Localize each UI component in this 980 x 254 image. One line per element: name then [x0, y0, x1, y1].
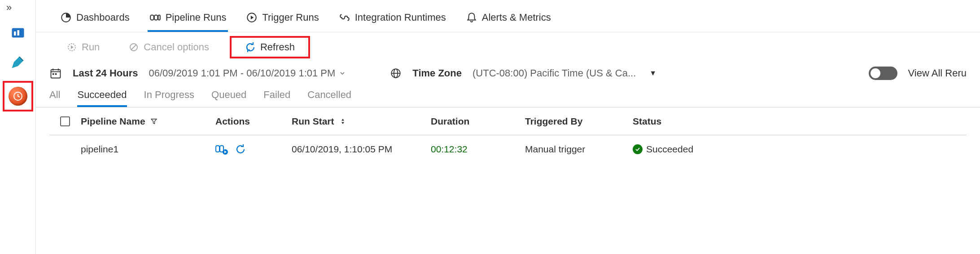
chevron-down-icon — [339, 70, 346, 77]
tab-pipeline-runs[interactable]: Pipeline Runs — [148, 4, 228, 32]
integration-icon — [339, 12, 350, 23]
col-runstart[interactable]: Run Start — [292, 116, 334, 127]
status-tab-failed[interactable]: Failed — [263, 89, 290, 107]
status-tab-queued[interactable]: Queued — [211, 89, 246, 107]
filter-bar: Last 24 Hours 06/09/2019 1:01 PM - 06/10… — [36, 62, 980, 85]
tab-alerts-metrics[interactable]: Alerts & Metrics — [464, 4, 553, 32]
svg-rect-21 — [216, 146, 219, 152]
success-icon — [633, 144, 643, 154]
view-all-label: View All Reru — [908, 67, 967, 79]
tab-alerts-metrics-label: Alerts & Metrics — [482, 12, 551, 23]
trigger-icon — [246, 12, 258, 23]
table-row[interactable]: pipeline1 06/10/2019, 1:10:05 PM 00:12:3… — [49, 135, 967, 163]
timespan-range-dropdown[interactable]: 06/09/2019 1:01 PM - 06/10/2019 1:01 PM — [149, 67, 346, 79]
filter-icon[interactable] — [150, 117, 158, 125]
status-tab-cancelled[interactable]: Cancelled — [307, 89, 351, 107]
tab-trigger-runs-label: Trigger Runs — [262, 12, 319, 23]
col-triggeredby: Triggered By — [525, 116, 582, 126]
status-tab-inprogress[interactable]: In Progress — [144, 89, 195, 107]
timezone-dropdown-caret[interactable]: ▼ — [647, 69, 659, 77]
svg-rect-7 — [158, 15, 160, 20]
bell-icon — [466, 12, 477, 23]
toolbar: Run Cancel options Refresh — [36, 32, 980, 62]
cancel-icon — [128, 42, 139, 53]
action-view-activity-icon[interactable] — [215, 144, 229, 155]
cell-status: Succeeded — [646, 144, 693, 155]
cancel-label: Cancel options — [144, 41, 209, 53]
svg-rect-17 — [55, 73, 57, 75]
pipeline-icon — [149, 12, 161, 23]
globe-icon — [390, 67, 402, 79]
expand-icon[interactable]: » — [0, 2, 9, 13]
run-label: Run — [82, 41, 100, 53]
run-icon — [66, 42, 77, 53]
tab-trigger-runs[interactable]: Trigger Runs — [244, 4, 320, 32]
cell-duration: 00:12:32 — [431, 144, 468, 154]
dashboard-icon — [60, 12, 72, 23]
tab-integration-runtimes-label: Integration Runtimes — [355, 12, 446, 23]
timezone-value: (UTC-08:00) Pacific Time (US & Ca... — [472, 67, 636, 79]
top-tabs: Dashboards Pipeline Runs Trigger Runs In… — [36, 0, 980, 32]
nav-monitor-icon[interactable] — [8, 86, 28, 107]
cell-triggeredby: Manual trigger — [525, 144, 585, 154]
col-pipeline-name[interactable]: Pipeline Name — [81, 116, 145, 127]
col-duration: Duration — [431, 116, 469, 126]
runs-table: Pipeline Name Actions Run Start Duration… — [36, 107, 980, 163]
calendar-icon — [49, 67, 62, 80]
svg-rect-6 — [154, 15, 158, 20]
left-nav: » — [0, 0, 36, 254]
status-tab-succeeded[interactable]: Succeeded — [77, 89, 127, 107]
select-all-checkbox[interactable] — [60, 116, 70, 126]
tab-dashboards[interactable]: Dashboards — [58, 4, 131, 32]
cancel-button[interactable]: Cancel options — [120, 39, 217, 56]
col-status: Status — [633, 116, 661, 127]
nav-monitor-highlight — [3, 81, 33, 111]
timespan-label: Last 24 Hours — [73, 67, 138, 79]
status-tab-all[interactable]: All — [49, 89, 60, 107]
table-header: Pipeline Name Actions Run Start Duration… — [49, 107, 967, 135]
sort-icon[interactable] — [339, 117, 347, 125]
nav-author-icon[interactable] — [8, 52, 28, 72]
action-rerun-icon[interactable] — [235, 144, 246, 155]
status-tabs: All Succeeded In Progress Queued Failed … — [36, 85, 980, 107]
svg-rect-2 — [17, 30, 19, 36]
svg-rect-1 — [14, 31, 16, 36]
view-all-toggle[interactable] — [869, 67, 897, 80]
cell-runstart: 06/10/2019, 1:10:05 PM — [292, 144, 392, 155]
tab-dashboards-label: Dashboards — [76, 12, 130, 23]
col-actions: Actions — [215, 116, 250, 127]
svg-line-11 — [131, 45, 136, 50]
refresh-icon — [245, 42, 256, 53]
refresh-button[interactable]: Refresh — [232, 38, 308, 57]
refresh-highlight: Refresh — [230, 36, 310, 58]
tab-integration-runtimes[interactable]: Integration Runtimes — [337, 4, 448, 32]
svg-rect-5 — [150, 15, 154, 20]
cell-pipeline-name: pipeline1 — [81, 144, 118, 155]
refresh-label: Refresh — [260, 41, 295, 53]
timezone-label: Time Zone — [412, 67, 462, 79]
timespan-range-text: 06/09/2019 1:01 PM - 06/10/2019 1:01 PM — [149, 67, 336, 79]
nav-overview-icon[interactable] — [8, 22, 28, 43]
tab-pipeline-runs-label: Pipeline Runs — [166, 12, 227, 23]
run-button[interactable]: Run — [58, 39, 108, 56]
svg-rect-16 — [52, 73, 54, 75]
